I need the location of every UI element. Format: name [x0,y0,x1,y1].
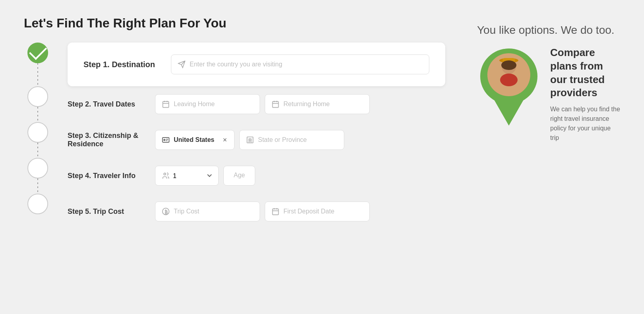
calendar-icon-1 [162,100,170,108]
step2-indicator-col [24,86,52,122]
calendar-icon-3 [272,207,279,215]
building-icon [246,136,254,144]
step3-label: Step 3. Citizenship & Residence [68,132,155,148]
step5-content: Step 5. Trip Cost [68,194,445,229]
step1-row: Step 1. Destination [24,43,445,86]
state-province-field[interactable] [258,136,338,143]
svg-rect-13 [249,139,251,141]
compare-body: We can help you find the right travel in… [550,105,620,143]
step5-indicator-col [24,194,52,229]
traveler-count-input[interactable]: 1 2 3 4 5 [155,166,219,186]
pin-svg [477,46,541,126]
step2-fields [155,94,445,114]
person-card-icon [162,136,170,144]
calendar-icon-2 [272,100,279,108]
svg-marker-21 [493,98,525,126]
step1-connector [37,63,38,86]
svg-rect-16 [273,209,279,215]
people-icon [162,172,170,180]
destination-input-wrapper[interactable] [171,54,429,74]
step1-content: Step 1. Destination [68,43,445,86]
compare-text: Compare plans from our trusted providers… [550,46,620,143]
step5-circle [27,194,48,214]
step3-indicator-col [24,122,52,158]
first-deposit-date-field[interactable] [283,208,363,215]
step3-circle [27,122,48,143]
step2-row: Step 2. Travel Dates [24,86,445,122]
step2-circle [27,86,48,107]
step4-connector [37,178,38,194]
leaving-home-field[interactable] [174,101,253,108]
svg-point-26 [500,74,518,86]
clear-citizenship-button[interactable]: × [222,136,228,143]
page-container: Let's Find The Right Plan For You Step 1… [0,0,644,314]
state-province-input[interactable] [239,130,344,150]
step3-content: Step 3. Citizenship & Residence United S… [68,122,445,158]
first-deposit-date-input[interactable] [265,202,370,221]
step2-label: Step 2. Travel Dates [68,100,155,109]
steps-container: Step 1. Destination [24,43,445,229]
step5-fields [155,202,445,221]
chevron-down-icon [207,174,212,177]
destination-input[interactable] [190,61,423,68]
step4-indicator-col [24,158,52,194]
step5-label: Step 5. Trip Cost [68,207,155,216]
step1-label: Step 1. Destination [83,60,155,69]
step4-fields: 1 2 3 4 5 Age [155,166,445,186]
step4-label: Step 4. Traveler Info [68,172,155,180]
step4-content: Step 4. Traveler Info 1 2 3 4 5 [68,158,445,194]
step4-circle [27,158,48,178]
svg-rect-8 [163,138,169,142]
right-panel-title: You like options. We do too. [477,24,620,37]
svg-rect-0 [163,101,169,107]
returning-home-field[interactable] [283,101,363,108]
trip-cost-field[interactable] [174,208,253,215]
step5-row: Step 5. Trip Cost [24,194,445,229]
citizenship-input[interactable]: United States × [155,130,235,150]
svg-rect-4 [273,101,279,107]
citizenship-value: United States [174,136,218,143]
svg-point-27 [501,60,516,70]
svg-rect-12 [247,137,253,143]
step3-fields: United States × [155,130,445,150]
plane-icon [178,60,186,68]
step2-content: Step 2. Travel Dates [68,86,445,122]
step1-card: Step 1. Destination [68,43,445,86]
leaving-home-input[interactable] [155,94,260,114]
svg-point-14 [164,173,166,175]
age-placeholder: Age [234,172,245,178]
main-title: Let's Find The Right Plan For You [24,16,445,31]
step3-row: Step 3. Citizenship & Residence United S… [24,122,445,158]
step1-circle [27,43,48,63]
trip-cost-input[interactable] [155,202,260,221]
left-panel: Let's Find The Right Plan For You Step 1… [24,16,445,298]
step2-connector [37,107,38,122]
step1-indicator-col [24,43,52,86]
pin-container: Compare plans from our trusted providers… [477,46,620,143]
dollar-icon [162,207,170,215]
returning-home-input[interactable] [265,94,370,114]
step4-row: Step 4. Traveler Info 1 2 3 4 5 [24,158,445,194]
age-input[interactable]: Age [223,166,255,186]
step3-connector [37,143,38,158]
traveler-count-select[interactable]: 1 2 3 4 5 [173,173,204,179]
map-pin [477,46,541,126]
right-panel: You like options. We do too. [477,16,620,298]
svg-point-9 [164,139,165,140]
compare-heading: Compare plans from our trusted providers [550,46,620,100]
